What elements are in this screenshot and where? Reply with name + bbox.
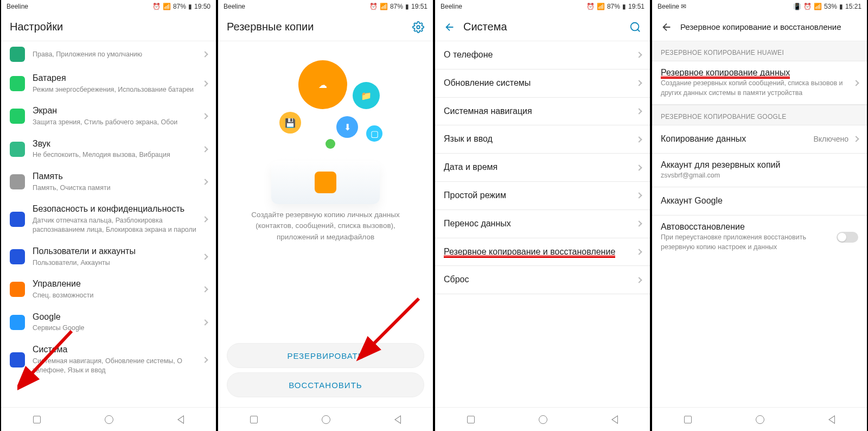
item-title: Язык и ввод — [444, 134, 637, 145]
item-title: О телефоне — [444, 49, 637, 61]
svg-line-4 — [637, 29, 640, 31]
item-sub: Память, Очистка памяти — [33, 183, 203, 193]
battery-pct: 87% — [607, 3, 620, 10]
system-item[interactable]: Простой режим — [435, 182, 650, 210]
item-title: Google — [33, 312, 203, 323]
item-sub: Режим энергосбережения, Использование ба… — [33, 85, 203, 95]
nav-home-button[interactable] — [322, 415, 330, 424]
nav-recent-button[interactable] — [467, 416, 475, 423]
settings-item[interactable]: Права, Приложения по умолчанию — [1, 41, 216, 67]
chevron-right-icon — [202, 51, 208, 57]
item-sub: Датчик отпечатка пальца, Разблокировка р… — [33, 216, 203, 235]
settings-item[interactable]: Батарея Режим энергосбережения, Использо… — [1, 67, 216, 100]
search-icon[interactable] — [629, 21, 641, 33]
item-sub: Спец. возможности — [33, 291, 203, 301]
vibrate-icon: 📳 — [793, 3, 801, 10]
settings-item[interactable]: Управление Спец. возможности — [1, 273, 216, 306]
item-title: Системная навигация — [444, 106, 637, 117]
chevron-right-icon — [636, 249, 642, 255]
item-title: Батарея — [33, 73, 203, 84]
item-google-account[interactable]: Аккаунт Google — [652, 187, 867, 216]
system-item[interactable]: Резервное копирование и восстановление — [435, 238, 650, 267]
section-google: РЕЗЕРВНОЕ КОПИРОВАНИЕ GOOGLE — [652, 105, 867, 125]
nav-home-button[interactable] — [756, 415, 764, 424]
chevron-right-icon — [636, 52, 642, 58]
clock: 19:51 — [411, 3, 427, 10]
system-item[interactable]: Обновление системы — [435, 69, 650, 98]
nav-back-button[interactable] — [611, 415, 618, 424]
item-title: Экран — [33, 105, 203, 117]
settings-item[interactable]: Пользователи и аккаунты Пользователи, Ак… — [1, 240, 216, 273]
header: Система — [435, 13, 650, 41]
item-title: Аккаунт для резервных копий — [661, 160, 858, 170]
system-item[interactable]: Перенос данных — [435, 210, 650, 238]
nav-home-button[interactable] — [539, 415, 547, 424]
chevron-right-icon — [636, 136, 642, 142]
restore-button[interactable]: ВОССТАНОВИТЬ — [227, 372, 424, 397]
settings-item[interactable]: Память Память, Очистка памяти — [1, 166, 216, 198]
auto-restore-toggle[interactable] — [837, 232, 858, 243]
carrier-label: Beeline — [7, 3, 28, 10]
nav-back-button[interactable] — [177, 415, 184, 424]
item-value: Включено — [813, 135, 848, 143]
back-icon[interactable] — [661, 21, 673, 33]
system-item[interactable]: О телефоне — [435, 41, 650, 69]
backup-content: ☁ 📁 ⬇ 💾 ▢ Создайте резервную копию личны… — [218, 41, 433, 339]
cloud-icon: ☁ — [298, 60, 347, 109]
nav-bar — [652, 407, 867, 431]
nav-home-button[interactable] — [105, 415, 113, 424]
battery-icon: ▮ — [839, 3, 843, 10]
page-title: Резервное копирование и восстановление — [680, 22, 841, 31]
system-item[interactable]: Системная навигация — [435, 98, 650, 126]
settings-item[interactable]: Google Сервисы Google — [1, 306, 216, 339]
nav-recent-button[interactable] — [250, 416, 258, 423]
settings-item[interactable]: Звук Не беспокоить, Мелодия вызова, Вибр… — [1, 133, 216, 166]
item-title: Система — [33, 344, 203, 356]
chevron-right-icon — [853, 80, 859, 86]
clock: 19:50 — [194, 3, 210, 10]
settings-item[interactable]: Безопасность и конфиденциальность Датчик… — [1, 198, 216, 240]
settings-item[interactable]: Система Системная навигация, Обновление … — [1, 339, 216, 381]
page-title: Настройки — [10, 21, 207, 33]
nav-bar — [1, 407, 216, 431]
item-title: Резервное копирование данных — [661, 68, 790, 77]
chevron-right-icon — [202, 146, 208, 152]
carrier-label: Beeline — [658, 3, 679, 10]
signal-icon: 📶 — [380, 3, 388, 10]
nav-recent-button[interactable] — [33, 416, 41, 423]
item-sub: zsvsbrf@gmail.com — [661, 171, 858, 181]
system-item[interactable]: Язык и ввод — [435, 125, 650, 154]
nav-back-button[interactable] — [828, 415, 835, 424]
nav-back-button[interactable] — [394, 415, 401, 424]
app-icon — [10, 249, 25, 264]
chevron-right-icon — [853, 136, 859, 142]
battery-pct: 53% — [824, 3, 837, 10]
item-data-backup[interactable]: Резервное копирование данных Создание ре… — [652, 61, 867, 105]
alarm-icon: ⏰ — [586, 3, 595, 10]
files-icon: 📁 — [353, 82, 380, 109]
system-item[interactable]: Сброс — [435, 266, 650, 294]
section-huawei: РЕЗЕРВНОЕ КОПИРОВАНИЕ HUAWEI — [652, 41, 867, 61]
item-backup-account[interactable]: Аккаунт для резервных копий zsvsbrf@gmai… — [652, 154, 867, 188]
gear-icon[interactable] — [412, 21, 424, 33]
header: Резервные копии — [218, 13, 433, 41]
dot-icon — [326, 139, 335, 149]
app-icon — [10, 212, 25, 227]
item-auto-restore[interactable]: Автовосстановление При переустановке при… — [652, 216, 867, 258]
clock: 19:51 — [628, 3, 644, 10]
settings-list[interactable]: Права, Приложения по умолчанию Батарея Р… — [1, 41, 216, 407]
screen-system: Beeline ⏰ 📶 87% ▮ 19:51 Система О телефо… — [434, 0, 651, 431]
carrier-label: Beeline — [441, 3, 462, 10]
settings-item[interactable]: Экран Защита зрения, Стиль рабочего экра… — [1, 100, 216, 132]
item-copy-data[interactable]: Копирование данных Включено — [652, 125, 867, 154]
chevron-right-icon — [636, 193, 642, 199]
item-sub: Создание резервных копий сообщений, спис… — [661, 79, 854, 98]
system-item[interactable]: Дата и время — [435, 154, 650, 182]
app-icon — [10, 76, 25, 91]
backup-button[interactable]: РЕЗЕРВИРОВАТЬ — [227, 343, 424, 368]
nav-recent-button[interactable] — [684, 416, 692, 423]
system-list[interactable]: О телефонеОбновление системыСистемная на… — [435, 41, 650, 407]
alarm-icon: ⏰ — [803, 3, 812, 10]
back-icon[interactable] — [444, 21, 456, 33]
item-title: Резервное копирование и восстановление — [444, 246, 637, 258]
